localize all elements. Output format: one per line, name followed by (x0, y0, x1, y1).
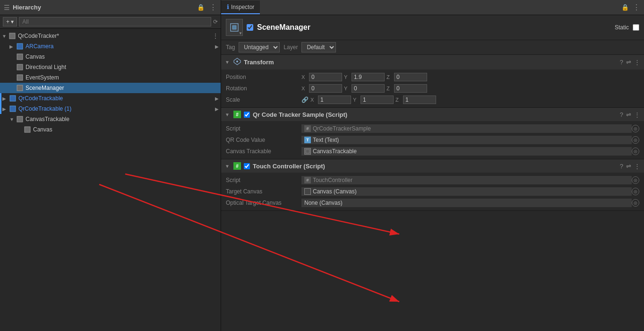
script2-target-canvas-icon (304, 188, 311, 195)
script1-collapse-arrow: ▼ (225, 112, 231, 117)
script1-canvas-trackable-value: CanvasTrackable (301, 147, 632, 156)
expand-right-qt2: ▶ (215, 106, 219, 112)
script1-sliders-icon[interactable]: ⇌ (626, 111, 631, 118)
expand-arrow-qt1: ▶ (2, 96, 9, 101)
script2-script-icon: # (304, 177, 311, 183)
tree-item-qrcodetrackable2[interactable]: ▶ QrCodeTrackable (1) ▶ (0, 104, 221, 114)
qrcodetracker-icon (9, 32, 16, 40)
transform-component: ▼ Transform ? ⇌ ⋮ (221, 55, 644, 108)
transform-more-icon[interactable]: ⋮ (634, 59, 640, 66)
rotation-label: Rotation (226, 85, 301, 92)
search-input[interactable] (19, 17, 211, 26)
position-y-label: Y (344, 74, 351, 80)
script1-canvas-trackable-row: Canvas Trackable CanvasTrackable ◎ (221, 146, 644, 157)
script2-body: Script # TouchController ◎ Target Canvas… (221, 173, 644, 210)
scale-x-label: X (310, 97, 317, 103)
add-object-button[interactable]: + ▾ (3, 17, 17, 26)
scale-row: Scale 🔗 X Y Z (221, 94, 644, 105)
script1-qrcode-label: QR Code Value (226, 137, 301, 143)
position-x-input[interactable] (309, 73, 342, 81)
script2-target-canvas-text: Canvas (Canvas) (313, 188, 357, 195)
layer-label: Layer (283, 44, 298, 51)
expand-arrow-arcamera: ▶ (9, 44, 16, 49)
svg-rect-11 (232, 26, 236, 29)
position-y-input[interactable] (352, 73, 385, 81)
script1-canvas-trackable-circle-btn[interactable]: ◎ (632, 148, 639, 155)
tree-item-canvastrackable[interactable]: ▼ CanvasTrackable (0, 114, 221, 124)
script1-qrcode-icon: T (304, 137, 311, 143)
script2-sliders-icon[interactable]: ⇌ (626, 163, 631, 170)
tree-item-arcamera[interactable]: ▶ ARCamera ▶ (0, 41, 221, 52)
script1-qrcode-row: QR Code Value T Text (Text) ◎ (221, 134, 644, 146)
svg-rect-6 (10, 96, 16, 101)
transform-header[interactable]: ▼ Transform ? ⇌ ⋮ (221, 55, 644, 70)
script2-more-icon[interactable]: ⋮ (634, 163, 640, 170)
script1-qrcode-circle-btn[interactable]: ◎ (632, 136, 639, 144)
scale-x-input[interactable] (318, 96, 351, 104)
rotation-x-input[interactable] (309, 84, 342, 93)
script2-name: Touch Controller (Script) (253, 163, 617, 170)
position-z-input[interactable] (394, 73, 427, 81)
go-active-checkbox[interactable] (247, 24, 253, 31)
rotation-row: Rotation X Y Z (221, 83, 644, 94)
inspector-more-icon[interactable]: ⋮ (633, 3, 640, 12)
script1-script-circle-btn[interactable]: ◎ (632, 125, 639, 132)
rotation-y-label: Y (344, 86, 351, 91)
tag-select[interactable]: Untagged (239, 42, 280, 52)
rotation-y-input[interactable] (352, 84, 385, 93)
inspector-lock-icon[interactable]: 🔒 (621, 4, 629, 11)
transform-icon (233, 58, 241, 67)
script1-qrcode-text: Text (Text) (313, 137, 339, 143)
canvas-icon (16, 53, 24, 61)
tree-item-directional-light[interactable]: ▶ Directional Light (0, 62, 221, 72)
tree-item-canvas-child[interactable]: ▶ Canvas (0, 124, 221, 135)
expand-arrow-ct: ▼ (9, 117, 16, 122)
hierarchy-lock-icon[interactable]: 🔒 (197, 4, 205, 11)
rotation-z-input[interactable] (394, 84, 427, 93)
layer-select[interactable]: Default (301, 42, 336, 52)
transform-help-icon[interactable]: ? (620, 59, 623, 66)
tree-item-qrcodetrackable1[interactable]: ▶ QrCodeTrackable ▶ (0, 93, 221, 104)
script2-optical-target-circle-btn[interactable]: ◎ (632, 199, 639, 207)
tree-item-scenemanager[interactable]: ▶ SceneManager (0, 83, 221, 93)
tree-item-menu-qrcodetracker[interactable]: ⋮ (212, 32, 219, 40)
inspector-tab[interactable]: ℹ Inspector (221, 0, 260, 14)
script2-help-icon[interactable]: ? (620, 163, 623, 170)
go-icon-box[interactable]: ▼ (226, 19, 243, 36)
blue-bar-2 (0, 104, 1, 114)
svg-rect-9 (25, 127, 30, 132)
tree-item-label-scenemanager: SceneManager (26, 85, 64, 91)
tree-item-qrcodetracker[interactable]: ▼ QrCodeTracker* ⋮ (0, 31, 221, 41)
script2-script-circle-btn[interactable]: ◎ (632, 176, 639, 184)
transform-sliders-icon[interactable]: ⇌ (626, 59, 631, 66)
script1-canvas-trackable-text: CanvasTrackable (313, 148, 357, 155)
script2-target-canvas-value: Canvas (Canvas) (301, 187, 632, 196)
script2-target-canvas-circle-btn[interactable]: ◎ (632, 188, 639, 195)
script1-script-row: Script # QrCodeTrackerSample ◎ (221, 123, 644, 134)
es-icon (16, 74, 24, 81)
script2-enable-checkbox[interactable] (244, 163, 250, 169)
tree-item-canvas[interactable]: ▶ Canvas (0, 52, 221, 62)
script1-more-icon[interactable]: ⋮ (634, 111, 640, 118)
script1-body: Script # QrCodeTrackerSample ◎ QR Code V… (221, 121, 644, 159)
scale-y-label: Y (353, 97, 360, 103)
script1-help-icon[interactable]: ? (620, 111, 623, 118)
script2-header[interactable]: ▼ # Touch Controller (Script) ? ⇌ ⋮ (221, 159, 644, 173)
search-refresh-icon[interactable]: ⟳ (213, 18, 218, 25)
script1-script-icon: # (304, 125, 311, 132)
scale-y-input[interactable] (361, 96, 394, 104)
tree-item-eventsystem[interactable]: ▶ EventSystem (0, 72, 221, 83)
static-checkbox[interactable] (633, 24, 639, 31)
tree-item-label-canvastrackable: CanvasTrackable (26, 116, 69, 122)
hierarchy-toolbar: + ▾ ⟳ (0, 15, 221, 29)
script1-name: Qr Code Tracker Sample (Script) (253, 111, 617, 118)
svg-point-13 (236, 61, 238, 62)
script2-script-label: Script (226, 177, 301, 183)
svg-rect-3 (17, 64, 23, 70)
script1-header[interactable]: ▼ # Qr Code Tracker Sample (Script) ? ⇌ … (221, 108, 644, 121)
tree-item-label-qrcodetracker: QrCodeTracker* (18, 33, 59, 39)
hierarchy-more-icon[interactable]: ⋮ (209, 3, 217, 12)
transform-collapse-arrow: ▼ (225, 60, 231, 65)
scale-z-input[interactable] (403, 96, 436, 104)
script1-enable-checkbox[interactable] (244, 112, 250, 118)
